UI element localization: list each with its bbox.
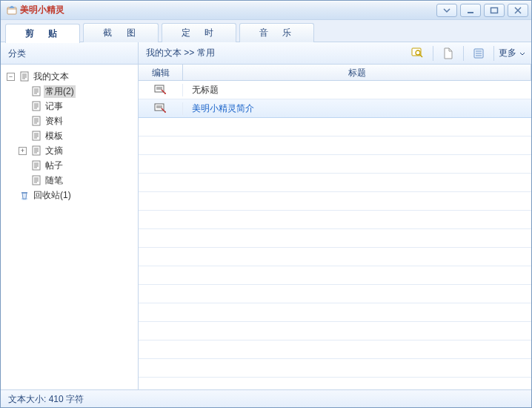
tab-timer[interactable]: 定 时 (162, 23, 236, 42)
svg-rect-7 (33, 87, 40, 96)
app-title: 美明小精灵 (20, 4, 64, 16)
grid-row[interactable]: 美明小精灵简介 (139, 99, 531, 118)
edit-cell[interactable] (139, 84, 183, 96)
grid-header: 编辑 标题 (139, 65, 531, 81)
document-icon (31, 175, 41, 185)
tree-label: 帖子 (44, 159, 64, 172)
new-document-button[interactable] (437, 45, 459, 62)
title-cell: 无标题 (183, 84, 531, 96)
svg-rect-12 (33, 161, 40, 170)
list-button[interactable] (468, 45, 490, 62)
folder-doc-icon (19, 71, 30, 82)
grid-row-empty (139, 174, 531, 192)
more-menu[interactable]: 更多 (496, 47, 531, 59)
breadcrumb: 我的文本 >> 常用 (139, 47, 405, 59)
document-icon (31, 131, 41, 141)
svg-rect-11 (33, 146, 40, 155)
titlebar: 美明小精灵 (1, 1, 531, 20)
tree-label: 资料 (44, 115, 64, 128)
tree-label: 常用(2) (44, 85, 76, 98)
edit-cell[interactable] (139, 102, 183, 115)
svg-rect-15 (21, 192, 27, 194)
edit-icon (154, 102, 167, 115)
grid-row-empty (139, 211, 531, 229)
tree-item[interactable]: 常用(2) (4, 84, 135, 99)
more-label: 更多 (499, 47, 516, 59)
tab-bar: 剪 贴 截 图 定 时 音 乐 (1, 20, 531, 42)
col-edit[interactable]: 编辑 (139, 65, 183, 80)
document-icon (31, 86, 41, 96)
tab-clipboard[interactable]: 剪 贴 (5, 24, 80, 43)
dropdown-button[interactable] (436, 4, 457, 17)
category-header: 分类 (1, 42, 139, 64)
tree-item[interactable]: 模板 (4, 128, 135, 143)
recycle-bin-icon (19, 190, 30, 200)
expand-icon[interactable]: + (19, 147, 27, 155)
grid: 编辑 标题 无标题美明小精灵简介 (139, 65, 531, 389)
document-icon (31, 160, 41, 171)
document-icon (443, 47, 453, 59)
title-cell: 美明小精灵简介 (183, 102, 531, 115)
svg-point-17 (164, 93, 166, 94)
grid-body: 无标题美明小精灵简介 (139, 81, 531, 389)
grid-row-empty (139, 229, 531, 248)
tree-item[interactable]: 随笔 (4, 173, 135, 188)
grid-row-empty (139, 136, 531, 155)
close-button[interactable] (508, 4, 528, 17)
tree-item[interactable]: 帖子 (4, 158, 135, 173)
grid-row-empty (139, 303, 531, 322)
tree-item[interactable]: 资料 (4, 113, 135, 128)
list-icon (473, 48, 484, 59)
tree-label: 随笔 (44, 174, 64, 187)
svg-rect-1 (468, 12, 473, 13)
app-icon (7, 5, 17, 16)
toolbar: 分类 我的文本 >> 常用 更多 (1, 42, 531, 65)
tree-recycle[interactable]: 回收站(1) (4, 188, 135, 203)
category-tree: − 我的文本 常用(2)记事资料模板+文摘帖子随笔 回收站(1) (1, 65, 139, 389)
grid-row-empty (139, 155, 531, 174)
chevron-down-icon (519, 48, 525, 59)
tree-root[interactable]: − 我的文本 (4, 69, 135, 84)
grid-row-empty (139, 192, 531, 211)
tree-item[interactable]: 记事 (4, 99, 135, 113)
grid-row[interactable]: 无标题 (139, 81, 531, 99)
grid-row-empty (139, 248, 531, 266)
svg-rect-10 (33, 131, 40, 140)
col-title[interactable]: 标题 (183, 65, 531, 80)
tree-label: 模板 (44, 130, 64, 142)
tree-label: 我的文本 (32, 70, 70, 83)
tab-screenshot[interactable]: 截 图 (83, 23, 158, 42)
content-area: − 我的文本 常用(2)记事资料模板+文摘帖子随笔 回收站(1) 编辑 标题 无… (1, 65, 531, 389)
grid-row-empty (139, 266, 531, 285)
grid-row-empty (139, 378, 531, 389)
app-window: 美明小精灵 剪 贴 截 图 定 时 音 乐 分类 我的文本 >> 常用 更多 (0, 0, 532, 408)
svg-rect-2 (491, 7, 498, 13)
tree-label: 文摘 (44, 145, 64, 157)
edit-icon (154, 84, 167, 96)
collapse-icon[interactable]: − (7, 73, 15, 81)
grid-row-empty (139, 285, 531, 303)
svg-rect-13 (33, 176, 40, 185)
document-icon (31, 145, 41, 156)
grid-row-empty (139, 340, 531, 359)
tab-music[interactable]: 音 乐 (239, 23, 314, 42)
grid-row-empty (139, 118, 531, 136)
svg-rect-6 (21, 72, 28, 81)
status-bar: 文本大小: 410 字符 (1, 389, 531, 407)
tree-label: 回收站(1) (32, 189, 73, 202)
document-icon (31, 116, 41, 126)
search-button[interactable] (407, 45, 429, 62)
search-icon (411, 47, 425, 59)
minimize-button[interactable] (460, 4, 481, 17)
tree-label: 记事 (44, 100, 64, 113)
svg-rect-0 (7, 7, 16, 14)
svg-point-19 (164, 111, 166, 113)
document-icon (31, 101, 41, 111)
tree-item[interactable]: +文摘 (4, 143, 135, 158)
svg-rect-8 (33, 102, 40, 111)
grid-row-empty (139, 322, 531, 340)
svg-rect-9 (33, 116, 40, 125)
grid-row-empty (139, 359, 531, 378)
maximize-button[interactable] (484, 4, 505, 17)
